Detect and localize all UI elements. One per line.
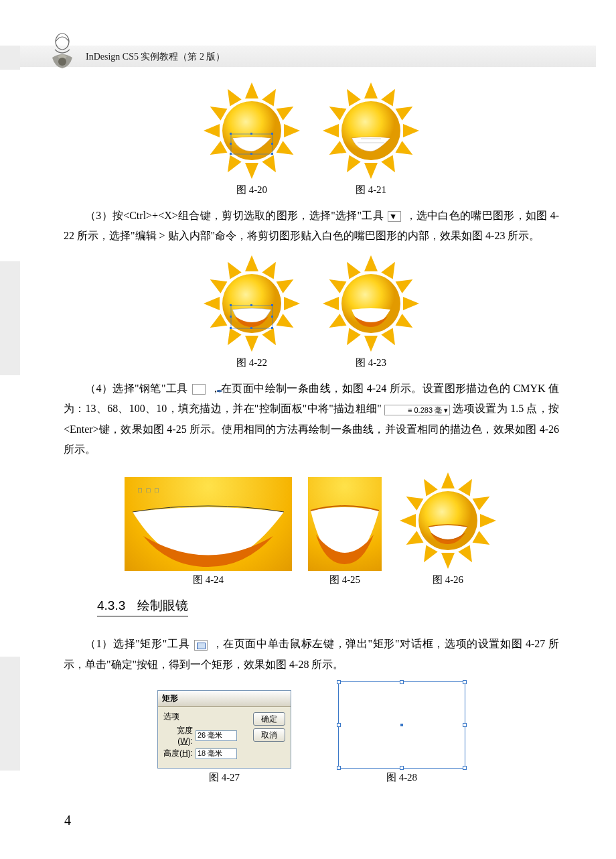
figure-caption: 图 4-20: [236, 184, 267, 196]
width-input[interactable]: [196, 730, 237, 741]
ok-button[interactable]: 确定: [253, 712, 285, 726]
figure-caption: 图 4-28: [386, 771, 417, 784]
selection-tool-icon: [388, 211, 401, 222]
height-input[interactable]: [196, 748, 237, 759]
figure-caption: 图 4-26: [433, 574, 463, 586]
svg-rect-20: [230, 327, 232, 329]
width-label: 宽度(W):: [163, 725, 193, 746]
side-margin-block: [0, 261, 20, 375]
svg-rect-8: [271, 143, 273, 145]
figure-caption: 图 4-25: [329, 574, 360, 586]
svg-rect-10: [250, 153, 252, 155]
stroke-weight-field-icon: ≡ 0.283 毫 ▾: [384, 405, 450, 415]
figure-4-20: 图 4-20: [202, 80, 302, 196]
svg-rect-6: [271, 133, 273, 135]
svg-rect-4: [230, 133, 232, 135]
figure-4-27: 矩形 选项 宽度(W): 高度(H): 确定 取消: [157, 690, 291, 784]
cancel-button[interactable]: 取消: [253, 728, 285, 742]
figure-caption: 图 4-21: [356, 184, 386, 196]
figure-4-24: □ □ □ 图 4-24: [125, 477, 292, 586]
figure-4-23: 图 4-23: [321, 253, 421, 369]
svg-point-1: [58, 58, 66, 66]
book-title: InDesign CS5 实例教程（第 2 版）: [86, 51, 225, 63]
dialog-title: 矩形: [158, 691, 291, 707]
svg-rect-5: [250, 133, 252, 135]
text-run: （1）选择"矩形"工具: [85, 638, 189, 649]
header-ornament-icon: [46, 29, 79, 70]
height-label: 高度(H):: [163, 748, 193, 759]
page-number: 4: [64, 813, 71, 828]
figure-4-28: 图 4-28: [338, 681, 465, 784]
svg-rect-7: [230, 143, 232, 145]
section-title-text: 绘制眼镜: [137, 598, 188, 612]
svg-rect-15: [230, 304, 232, 306]
side-margin-block: [0, 46, 20, 70]
text-run: （3）按<Ctrl>+<X>组合键，剪切选取的图形，选择"选择"工具: [85, 210, 384, 221]
step-4-text: （4）选择"钢笔"工具 ，在页面中绘制一条曲线，如图 4-24 所示。设置图形描…: [64, 379, 559, 460]
svg-rect-17: [271, 304, 273, 306]
pen-tool-icon: [192, 384, 206, 395]
figure-caption: 图 4-22: [236, 356, 267, 369]
svg-rect-9: [230, 153, 232, 155]
figure-caption: 图 4-23: [356, 356, 386, 369]
figure-4-26: 图 4-26: [398, 470, 498, 586]
svg-rect-11: [271, 153, 273, 155]
text-run: （4）选择"钢笔"工具: [85, 383, 188, 394]
svg-rect-21: [250, 327, 252, 329]
svg-rect-22: [271, 327, 273, 329]
stroke-value: 0.283 毫: [414, 406, 443, 414]
svg-rect-18: [230, 316, 232, 318]
svg-point-0: [56, 34, 69, 50]
side-margin-block: [0, 657, 20, 771]
figure-4-25: 图 4-25: [308, 477, 382, 586]
step-1-text: （1）选择"矩形"工具 ，在页面中单击鼠标左键，弹出"矩形"对话框，选项的设置如…: [64, 634, 559, 675]
step-3-text: （3）按<Ctrl>+<X>组合键，剪切选取的图形，选择"选择"工具 ，选中白色…: [64, 206, 559, 247]
rectangle-preview: [338, 681, 465, 769]
section-heading: 4.3.3绘制眼镜: [97, 597, 188, 616]
rectangle-dialog: 矩形 选项 宽度(W): 高度(H): 确定 取消: [157, 690, 291, 769]
figure-4-22: 图 4-22: [202, 253, 302, 369]
center-point-icon: [400, 724, 403, 726]
svg-rect-16: [250, 304, 252, 306]
svg-rect-19: [271, 316, 273, 318]
figure-caption: 图 4-24: [193, 574, 224, 586]
figure-caption: 图 4-27: [209, 771, 240, 784]
figure-4-21: 图 4-21: [321, 80, 421, 196]
section-number: 4.3.3: [97, 598, 125, 612]
rectangle-tool-icon: [194, 640, 208, 651]
